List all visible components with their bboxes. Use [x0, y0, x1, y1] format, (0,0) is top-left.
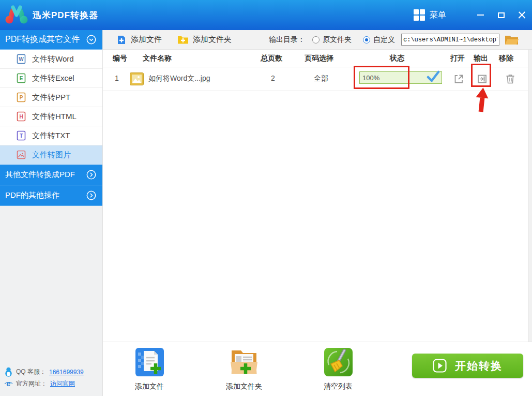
ie-browser-icon: e [4, 379, 13, 388]
start-convert-label: 开始转换 [455, 359, 503, 373]
minimize-button[interactable] [470, 0, 491, 30]
visit-site-link[interactable]: 访问官网 [50, 379, 75, 388]
row-page-select[interactable]: 全部 [314, 74, 328, 83]
qq-icon [4, 367, 13, 377]
svg-text:W: W [19, 56, 24, 62]
site-label: 官方网址： [16, 379, 47, 388]
col-header-output: 输出 [474, 54, 488, 63]
add-file-icon [116, 35, 127, 45]
add-folder-button[interactable]: 添加文件夹 [177, 35, 232, 45]
sidebar-group-label: PDF转换成其它文件 [5, 34, 86, 45]
col-header-open: 打开 [450, 54, 465, 63]
sidebar-group-pdf-other-ops[interactable]: PDF的其他操作 [0, 185, 102, 206]
radio-selected-icon [363, 36, 370, 43]
radio-icon [312, 36, 320, 43]
open-output-icon[interactable] [477, 74, 488, 84]
success-check-icon [427, 70, 440, 83]
sidebar-group-label: PDF的其他操作 [5, 190, 86, 200]
sidebar-group-other-to-pdf[interactable]: 其他文件转换成PDF [0, 165, 102, 185]
sidebar-item-label: 文件转Word [32, 54, 74, 64]
vertical-scrollbar[interactable] [528, 50, 532, 342]
output-dir-label: 输出目录： [269, 35, 305, 45]
menu-button[interactable]: 菜单 [414, 9, 446, 21]
sidebar-item-to-word[interactable]: W 文件转Word [0, 50, 102, 69]
image-thumbnail-icon [130, 72, 144, 85]
file-table-header: 编号 文件名称 总页数 页码选择 状态 打开 输出 移除 [103, 50, 532, 67]
chevron-right-circle-icon [86, 190, 96, 200]
radio-custom-folder[interactable]: 自定义 [363, 35, 395, 45]
open-file-icon[interactable] [453, 74, 464, 84]
big-clear-list-icon [324, 347, 353, 377]
sidebar-item-label: 文件转Excel [32, 74, 74, 83]
app-title: 迅米PDF转换器 [33, 9, 98, 21]
sidebar-item-to-txt[interactable]: T 文件转TXT [0, 126, 102, 145]
menu-label: 菜单 [430, 10, 446, 21]
menu-grid-icon [414, 9, 425, 21]
col-header-filename: 文件名称 [143, 54, 172, 63]
add-file-label: 添加文件 [131, 35, 162, 45]
col-header-page-select: 页码选择 [305, 54, 333, 63]
sidebar-item-label: 文件转HTML [32, 112, 77, 122]
col-header-number: 编号 [113, 54, 127, 63]
sidebar-item-to-ppt[interactable]: P 文件转PPT [0, 88, 102, 107]
excel-file-icon: E [17, 73, 26, 83]
app-logo-icon [5, 5, 28, 25]
start-convert-button[interactable]: 开始转换 [412, 354, 523, 378]
footer-add-file-label: 添加文件 [118, 382, 180, 391]
maximize-button[interactable] [491, 0, 511, 30]
sidebar-group-label: 其他文件转换成PDF [5, 170, 86, 180]
maximize-icon [498, 12, 505, 18]
browse-folder-button[interactable] [505, 34, 519, 45]
radio-original-label: 原文件夹 [323, 35, 352, 45]
sidebar-item-to-excel[interactable]: E 文件转Excel [0, 69, 102, 88]
sidebar-item-label: 文件转图片 [32, 150, 71, 160]
sidebar-item-label: 文件转PPT [32, 93, 70, 102]
chevron-right-circle-icon [86, 170, 96, 180]
radio-original-folder[interactable]: 原文件夹 [312, 35, 352, 45]
col-header-status: 状态 [390, 54, 404, 63]
image-file-icon [17, 150, 26, 160]
play-icon [433, 359, 447, 373]
big-add-file-icon [135, 347, 164, 377]
txt-file-icon: T [17, 130, 26, 141]
close-button[interactable] [511, 0, 532, 30]
sidebar-group-pdf-to-other[interactable]: PDF转换成其它文件 [0, 30, 102, 50]
ppt-file-icon: P [17, 92, 26, 102]
sidebar-item-to-image[interactable]: 文件转图片 [0, 145, 102, 165]
main-area: 添加文件 添加文件夹 输出目录： 原文件夹 自定义 [103, 30, 532, 396]
qq-number-link[interactable]: 1661699939 [49, 369, 84, 376]
footer-add-folder-label: 添加文件夹 [213, 382, 275, 391]
footer-clear-list-label: 清空列表 [307, 382, 369, 391]
big-add-folder-icon [229, 347, 260, 377]
sidebar-item-to-html[interactable]: H 文件转HTML [0, 107, 102, 126]
output-path-input[interactable] [401, 34, 499, 46]
sidebar-item-label: 文件转TXT [32, 131, 70, 141]
svg-text:H: H [19, 114, 23, 120]
delete-file-icon[interactable] [505, 74, 515, 84]
svg-text:T: T [20, 133, 23, 139]
svg-text:E: E [20, 76, 23, 81]
row-total-pages: 2 [271, 74, 275, 82]
table-row: 1 如何将Word文...jpg 2 全部 100% [103, 67, 532, 91]
word-file-icon: W [17, 54, 26, 64]
toolbar: 添加文件 添加文件夹 输出目录： 原文件夹 自定义 [103, 30, 532, 50]
titlebar: 迅米PDF转换器 菜单 [0, 0, 532, 30]
footer-clear-list-button[interactable]: 清空列表 [307, 347, 369, 391]
row-filename: 如何将Word文...jpg [148, 74, 210, 83]
svg-text:e: e [7, 379, 11, 388]
footer-bar: 添加文件 添加文件夹 [103, 342, 532, 396]
sidebar-filler: QQ 客服： 1661699939 e 官方网址： 访问官网 [0, 206, 102, 396]
add-folder-label: 添加文件夹 [193, 35, 232, 45]
chevron-down-circle-icon [86, 35, 96, 45]
qq-support-row: QQ 客服： 1661699939 [4, 366, 102, 378]
html-file-icon: H [17, 111, 26, 122]
qq-label: QQ 客服： [16, 368, 46, 376]
footer-add-file-button[interactable]: 添加文件 [118, 347, 180, 391]
svg-text:P: P [20, 95, 23, 100]
footer-add-folder-button[interactable]: 添加文件夹 [213, 347, 275, 391]
progress-value: 100% [362, 74, 379, 82]
add-folder-icon [177, 35, 189, 45]
radio-custom-label: 自定义 [373, 35, 395, 45]
row-number: 1 [115, 74, 119, 82]
add-file-button[interactable]: 添加文件 [116, 35, 162, 45]
